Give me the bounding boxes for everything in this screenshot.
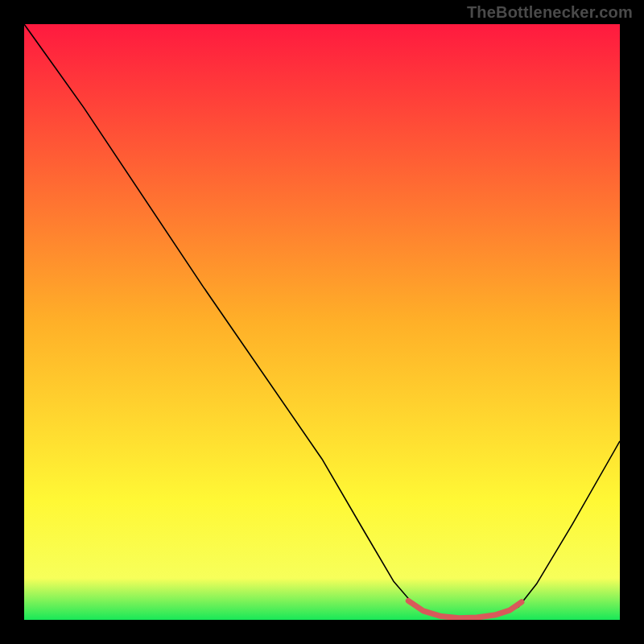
watermark-text: TheBottlenecker.com [467,3,633,22]
chart-stage: TheBottlenecker.com [0,0,644,644]
bottleneck-chart [24,24,620,620]
chart-background [24,24,620,620]
